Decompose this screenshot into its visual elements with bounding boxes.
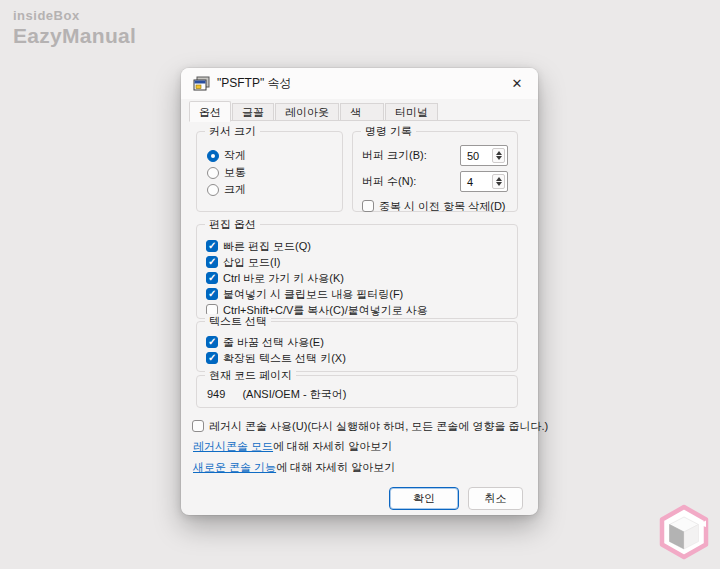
checkbox-discard-duplicates[interactable]: 중복 시 이전 항목 삭제(D) [362, 198, 508, 214]
radio-cursor-medium[interactable]: 보통 [207, 164, 342, 181]
checkbox-icon [206, 288, 218, 300]
tab-options[interactable]: 옵션 [189, 101, 231, 122]
legacy-mode-link[interactable]: 레거시콘솔 모드 [193, 440, 273, 452]
checkbox-icon [206, 352, 218, 364]
radio-label: 작게 [224, 148, 246, 163]
buffer-count-input[interactable]: 4 [460, 171, 508, 192]
properties-dialog: "PSFTP" 속성 ✕ 옵션 글꼴 레이아웃 색 터미널 커서 크기 작게 [181, 68, 538, 515]
radio-label: 크게 [224, 182, 246, 197]
radio-label: 보통 [224, 165, 246, 180]
group-code-page: 현재 코드 페이지 949 (ANSI/OEM - 한국어) [196, 375, 518, 408]
dialog-title: "PSFTP" 속성 [217, 68, 292, 99]
checkbox-icon [206, 240, 218, 252]
checkbox-icon [206, 272, 218, 284]
checkbox-icon [192, 420, 204, 432]
checkbox-icon [362, 200, 374, 212]
new-console-features-link-line: 새로운 콘솔 기능에 대해 자세히 알아보기 [193, 460, 395, 475]
checkbox-legacy-console[interactable]: 레거시 콘솔 사용(U)(다시 실행해야 하며, 모든 콘솔에 영향을 줍니다.… [192, 418, 548, 434]
brand-logo-line2: EazyManual [13, 24, 136, 47]
radio-icon [207, 167, 219, 179]
tab-label: 색 [350, 106, 361, 118]
buffer-size-row: 버퍼 크기(B): 50 [362, 145, 508, 166]
checkbox-label: 붙여넣기 시 클립보드 내용 필터링(F) [223, 287, 403, 302]
group-edit-options: 편집 옵션 빠른 편집 모드(Q) 삽입 모드(I) Ctrl 바로 가기 키 … [196, 224, 518, 319]
brand-logo-line1: insideBox [13, 9, 136, 23]
checkbox-icon [206, 256, 218, 268]
code-page-name: (ANSI/OEM - 한국어) [242, 388, 346, 400]
link-suffix: 에 대해 자세히 알아보기 [276, 461, 395, 473]
checkbox-ctrl-shortcuts[interactable]: Ctrl 바로 가기 키 사용(K) [206, 270, 517, 286]
buffer-size-label: 버퍼 크기(B): [362, 148, 427, 163]
group-label: 현재 코드 페이지 [205, 368, 296, 383]
buffer-size-spinner[interactable] [492, 148, 505, 163]
group-label: 텍스트 선택 [205, 314, 271, 329]
radio-icon [207, 184, 219, 196]
checkbox-label: 중복 시 이전 항목 삭제(D) [379, 199, 506, 214]
console-properties-icon [193, 76, 210, 92]
ok-button[interactable]: 확인 [389, 487, 459, 510]
checkbox-filter-clipboard[interactable]: 붙여넣기 시 클립보드 내용 필터링(F) [206, 286, 517, 302]
tab-terminal[interactable]: 터미널 [385, 103, 438, 121]
checkbox-label: 레거시 콘솔 사용(U)(다시 실행해야 하며, 모든 콘솔에 영향을 줍니다.… [209, 419, 548, 434]
brand-logo: insideBox EazyManual [13, 9, 136, 47]
group-label: 커서 크기 [205, 124, 260, 139]
group-command-history: 명령 기록 버퍼 크기(B): 50 버퍼 수(N): 4 [352, 131, 518, 212]
tab-label: 글꼴 [242, 106, 264, 118]
radio-cursor-large[interactable]: 크게 [207, 181, 342, 198]
checkbox-label: 삽입 모드(I) [223, 255, 280, 270]
radio-cursor-small[interactable]: 작게 [207, 147, 342, 164]
cancel-button[interactable]: 취소 [468, 487, 523, 510]
spin-up-icon[interactable] [496, 177, 502, 181]
tab-layout[interactable]: 레이아웃 [275, 103, 339, 121]
buffer-count-value: 4 [461, 172, 492, 191]
tab-font[interactable]: 글꼴 [232, 103, 274, 121]
spin-up-icon[interactable] [496, 151, 502, 155]
tab-label: 옵션 [199, 106, 221, 118]
checkbox-insert-mode[interactable]: 삽입 모드(I) [206, 254, 517, 270]
page: { "page": { "logo": { "line1": "insideBo… [0, 0, 720, 569]
new-console-features-link[interactable]: 새로운 콘솔 기능 [193, 461, 276, 473]
spin-down-icon[interactable] [496, 156, 502, 160]
tab-label: 레이아웃 [285, 106, 329, 118]
tab-colors[interactable]: 색 [340, 103, 384, 121]
close-icon: ✕ [512, 76, 523, 91]
buffer-size-input[interactable]: 50 [460, 145, 508, 166]
buffer-count-label: 버퍼 수(N): [362, 174, 416, 189]
checkbox-line-wrap-selection[interactable]: 줄 바꿈 선택 사용(E) [206, 334, 517, 350]
checkbox-label: 확장된 텍스트 선택 키(X) [223, 351, 346, 366]
checkbox-label: Ctrl 바로 가기 키 사용(K) [223, 271, 344, 286]
group-label: 편집 옵션 [205, 217, 260, 232]
group-cursor-size: 커서 크기 작게 보통 크게 [196, 131, 343, 212]
group-text-selection: 텍스트 선택 줄 바꿈 선택 사용(E) 확장된 텍스트 선택 키(X) [196, 321, 518, 372]
buffer-size-value: 50 [461, 146, 492, 165]
link-suffix: 에 대해 자세히 알아보기 [273, 440, 392, 452]
checkbox-icon [206, 336, 218, 348]
checkbox-quick-edit[interactable]: 빠른 편집 모드(Q) [206, 238, 517, 254]
dialog-titlebar: "PSFTP" 속성 ✕ [181, 68, 538, 99]
legacy-mode-link-line: 레거시콘솔 모드에 대해 자세히 알아보기 [193, 439, 392, 454]
buffer-count-spinner[interactable] [492, 174, 505, 189]
insidebox-cube-logo-icon [657, 504, 711, 560]
tab-strip: 옵션 글꼴 레이아웃 색 터미널 [189, 100, 530, 121]
buffer-count-row: 버퍼 수(N): 4 [362, 171, 508, 192]
checkbox-extended-text-keys[interactable]: 확장된 텍스트 선택 키(X) [206, 350, 517, 366]
tab-label: 터미널 [395, 106, 428, 118]
checkbox-label: 빠른 편집 모드(Q) [223, 239, 311, 254]
radio-icon [207, 150, 219, 162]
checkbox-label: 줄 바꿈 선택 사용(E) [223, 335, 324, 350]
spin-down-icon[interactable] [496, 182, 502, 186]
code-page-number: 949 [207, 388, 225, 400]
close-button[interactable]: ✕ [505, 72, 529, 96]
group-label: 명령 기록 [361, 124, 416, 139]
